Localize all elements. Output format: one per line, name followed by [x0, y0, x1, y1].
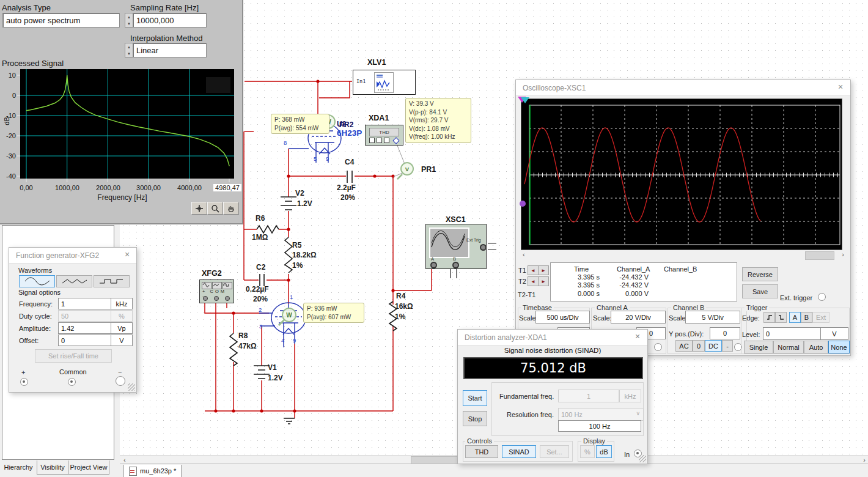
x-tick-max[interactable]: 4980,47: [213, 184, 241, 191]
common-terminal[interactable]: [68, 378, 76, 386]
offset-label: Offset:: [19, 337, 39, 344]
channel-b-ypos-field[interactable]: 0: [710, 327, 740, 339]
y-tick-m40: -40: [0, 172, 16, 180]
power1-line1: P: 368 mW: [274, 116, 326, 124]
scope-scroll-right-icon[interactable]: ›: [842, 251, 844, 258]
offset-field[interactable]: 0: [58, 335, 113, 346]
graph-pan-tool[interactable]: [223, 202, 239, 215]
fundamental-field[interactable]: 1: [558, 390, 619, 402]
vprobe-line1: V: 39.3 V: [409, 100, 468, 108]
tab-hierarchy[interactable]: Hierarchy: [1, 460, 35, 474]
offset-unit[interactable]: V: [111, 335, 133, 346]
oscilloscope-window[interactable]: Oscilloscope-XSC1 ×: [515, 80, 851, 356]
x-tick-1000: 1000,00: [51, 184, 84, 191]
close-icon[interactable]: ×: [631, 331, 644, 343]
resolution-dropdown[interactable]: 100 Hz ∨: [558, 408, 644, 421]
channel-a-mode-radio[interactable]: [654, 343, 662, 351]
sinad-button[interactable]: SINAD: [502, 445, 536, 458]
interpolation-spinner[interactable]: ▲▼: [125, 43, 133, 57]
edge-falling-button[interactable]: [775, 312, 787, 323]
trigger-edge-label: Edge:: [742, 314, 760, 322]
scroll-left-icon[interactable]: ‹: [123, 456, 126, 464]
amplitude-field[interactable]: 1.42: [58, 322, 113, 334]
coupling-dc-button[interactable]: DC: [705, 340, 722, 352]
resize-grip[interactable]: [639, 455, 646, 462]
ext-trigger-radio[interactable]: [818, 293, 826, 301]
trigger-level-unit[interactable]: V: [820, 327, 848, 340]
trigger-level-label: Level:: [742, 331, 760, 338]
frequency-field[interactable]: 1: [58, 298, 113, 309]
graph-cursor-tool[interactable]: [191, 202, 207, 215]
channel-a-scale-field[interactable]: 20 V/Div: [611, 311, 666, 324]
sheet-tab-active[interactable]: mu_6h23p *: [123, 465, 182, 477]
timebase-scale-field[interactable]: 500 us/Div: [535, 311, 590, 324]
coupling-ac-button[interactable]: AC: [675, 340, 693, 352]
trigger-ext-button[interactable]: Ext: [812, 312, 829, 323]
frequency-label: Frequency:: [19, 300, 53, 308]
trigger-b-button[interactable]: B: [801, 312, 812, 323]
trigger-auto-button[interactable]: Auto: [804, 341, 828, 353]
close-icon[interactable]: ×: [834, 82, 847, 94]
voltage-probe-readout[interactable]: V: 39.3 V V(p-p): 84.1 V V(rms): 29.7 V …: [405, 98, 471, 143]
db-button[interactable]: dB: [596, 445, 612, 458]
timebase-scale-label: Scale:: [519, 314, 538, 322]
sine-wave-button[interactable]: [19, 275, 55, 287]
trigger-level-field[interactable]: 0: [763, 327, 822, 340]
t2-left-button[interactable]: ◄: [528, 276, 539, 286]
function-generator-titlebar[interactable]: Function generator-XFG2 ×: [9, 248, 136, 264]
settings-button[interactable]: Set...: [540, 445, 569, 458]
power-probe1-readout[interactable]: P: 368 mW P(avg): 554 mW: [271, 114, 329, 134]
start-button[interactable]: Start: [463, 390, 487, 406]
reverse-button[interactable]: Reverse: [742, 267, 778, 281]
sinad-reading-display: 75.012 dB: [463, 357, 643, 379]
power-probe2-readout[interactable]: P: 936 mW P(avg): 607 mW: [303, 303, 364, 323]
thd-button[interactable]: THD: [465, 445, 498, 458]
t1-left-button[interactable]: ◄: [528, 265, 539, 275]
tab-project-view[interactable]: Project View: [68, 460, 109, 475]
function-generator-window[interactable]: Function generator-XFG2 × Waveforms Sign…: [9, 247, 137, 393]
graph-zoom-tool[interactable]: [207, 202, 223, 215]
amplitude-unit[interactable]: Vp: [111, 322, 133, 334]
duty-cycle-field[interactable]: 50: [58, 310, 113, 322]
set-rise-fall-button[interactable]: Set rise/Fall time: [35, 349, 112, 363]
distortion-analyzer-titlebar[interactable]: Distortion analyzer-XDA1 ×: [458, 330, 647, 346]
trigger-single-button[interactable]: Single: [744, 341, 773, 353]
percent-button[interactable]: %: [580, 445, 595, 458]
trigger-none-button[interactable]: None: [828, 341, 850, 353]
channel-b-scale-field[interactable]: 5 V/Div: [685, 311, 740, 324]
frequency-unit[interactable]: kHz: [111, 298, 133, 309]
square-wave-button[interactable]: [94, 275, 130, 287]
interpolation-field[interactable]: Linear: [133, 43, 207, 57]
oscilloscope-titlebar[interactable]: Oscilloscope-XSC1 ×: [516, 80, 850, 96]
sampling-rate-field[interactable]: 10000,000: [133, 13, 207, 28]
coupling-minus-button[interactable]: -: [722, 340, 733, 352]
power2-line2: P(avg): 607 mW: [307, 313, 361, 322]
coupling-0-button[interactable]: 0: [693, 340, 705, 352]
edge-rising-button[interactable]: [763, 312, 775, 323]
x-tick-4000: 4000,00: [173, 184, 206, 191]
function-generator-title: Function generator-XFG2: [16, 251, 99, 260]
distortion-analyzer-window[interactable]: Distortion analyzer-XDA1 × Signal noise …: [457, 329, 648, 464]
analysis-type-field[interactable]: auto power spectrum: [2, 13, 120, 28]
scope-scroll-left-icon[interactable]: ‹: [523, 251, 525, 258]
trigger-a-button[interactable]: A: [789, 312, 801, 323]
tab-visibility[interactable]: Visibility: [37, 460, 68, 475]
sampling-rate-spinner[interactable]: ▲▼: [125, 13, 133, 28]
stop-button[interactable]: Stop: [463, 411, 487, 426]
triangle-wave-button[interactable]: [56, 275, 92, 287]
close-icon[interactable]: ×: [121, 250, 133, 261]
minus-terminal[interactable]: [116, 376, 125, 386]
trigger-normal-button[interactable]: Normal: [773, 341, 804, 353]
resize-grip[interactable]: [128, 383, 135, 391]
scope-scrollbar[interactable]: ‹ ›: [521, 251, 845, 260]
scope-scroll-thumb[interactable]: [805, 251, 834, 260]
save-button[interactable]: Save: [742, 284, 778, 298]
t1-right-button[interactable]: ►: [538, 265, 549, 275]
scroll-right-icon[interactable]: ›: [863, 456, 866, 464]
scope-screen[interactable]: [521, 98, 842, 250]
plus-terminal[interactable]: [20, 378, 28, 386]
t2-right-button[interactable]: ►: [538, 276, 549, 286]
t2-label: T2: [518, 278, 526, 285]
cursor1-marker-icon[interactable]: [521, 97, 529, 103]
power1-line2: P(avg): 554 mW: [274, 124, 326, 133]
